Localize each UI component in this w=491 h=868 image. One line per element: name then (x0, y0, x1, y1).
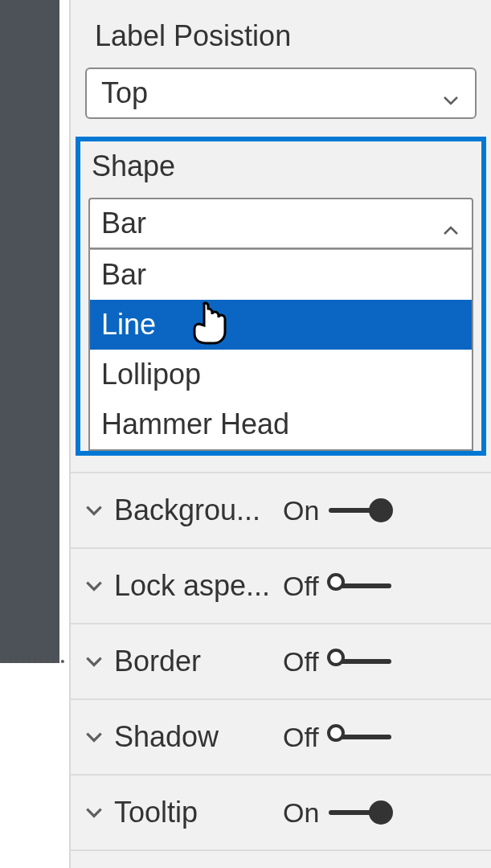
format-row[interactable]: TooltipOn (71, 776, 491, 851)
shape-select[interactable]: Bar (88, 198, 473, 249)
toggle-switch[interactable] (329, 576, 391, 596)
format-rows: Backgrou...OnLock aspe...OffBorderOffSha… (71, 472, 491, 868)
canvas-blank-region (0, 665, 69, 868)
format-row-name: Lock aspe... (114, 569, 283, 603)
chevron-down-icon (80, 500, 108, 521)
format-panel: Label Posistion Top Shape Bar Bar Line (69, 0, 491, 868)
format-row-name: Tooltip (114, 796, 283, 829)
format-row-state: Off (283, 571, 319, 602)
shape-option-line[interactable]: Line (90, 300, 472, 350)
shape-options: Bar Line Lollipop Hammer Head (88, 249, 473, 451)
format-row-name: Backgrou... (114, 493, 283, 527)
toggle-switch[interactable] (329, 727, 391, 747)
chevron-down-icon (80, 575, 108, 596)
toggle-switch[interactable] (329, 652, 391, 671)
chevron-down-icon (80, 727, 108, 747)
toggle-switch[interactable] (329, 501, 391, 520)
format-row[interactable]: Backgrou...On (71, 473, 491, 549)
shape-option-hammer-head[interactable]: Hammer Head (90, 399, 472, 449)
format-row-name: Shadow (114, 720, 283, 754)
label-position-label: Label Posistion (95, 19, 477, 53)
format-row-state: On (283, 495, 319, 526)
chevron-down-icon (80, 802, 108, 823)
toggle-switch[interactable] (329, 803, 391, 822)
shape-option-lollipop[interactable]: Lollipop (90, 350, 472, 399)
shape-option-bar[interactable]: Bar (90, 250, 472, 300)
label-position-value: Top (101, 76, 148, 110)
format-row-state: Off (283, 646, 319, 678)
format-row-state: On (283, 797, 319, 829)
label-position-select[interactable]: Top (85, 68, 477, 119)
shape-group-highlighted: Shape Bar Bar Line Lollipop Hammer Head (76, 137, 486, 456)
format-row[interactable]: ShadowOff (71, 700, 491, 776)
canvas-left-strip (0, 0, 69, 868)
canvas-dark-region (0, 0, 69, 663)
format-row[interactable]: Lock aspe...Off (71, 549, 491, 624)
shape-label: Shape (92, 149, 473, 183)
format-row[interactable]: Visual he...On (71, 851, 491, 868)
format-row-state: Off (283, 722, 319, 753)
shape-value: Bar (101, 207, 146, 240)
format-row-name: Border (114, 645, 283, 678)
label-position-group: Label Posistion Top (71, 19, 491, 137)
shape-option-line-label: Line (101, 308, 156, 341)
chevron-up-icon (441, 214, 460, 233)
format-row[interactable]: BorderOff (71, 624, 491, 700)
pointer-cursor-icon (188, 300, 228, 345)
chevron-down-icon (80, 651, 108, 672)
chevron-down-icon (441, 84, 460, 103)
